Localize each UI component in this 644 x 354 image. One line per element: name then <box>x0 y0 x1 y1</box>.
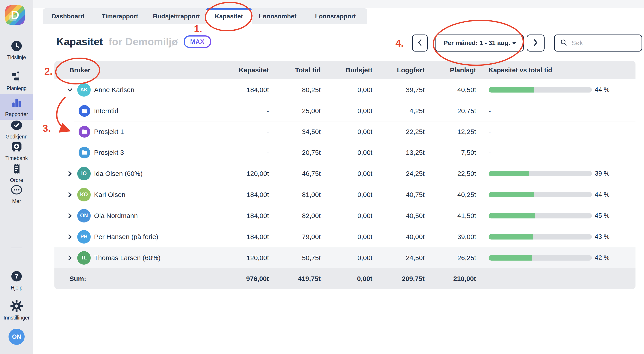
chevron-right-icon[interactable] <box>66 191 74 198</box>
capacity-bar-track <box>488 87 592 93</box>
tab-lonnsomhet[interactable]: Lønnsomhet <box>252 8 304 24</box>
table-row[interactable]: KOKari Olsen184,00t81,00t0,00t40,75t40,2… <box>54 184 636 205</box>
column-header-bruker[interactable]: Bruker <box>54 61 224 79</box>
capacity-bar-track <box>488 192 592 197</box>
ellipsis-icon <box>10 183 23 197</box>
tab-kapasitet[interactable]: Kapasitet <box>206 8 252 24</box>
user-avatar[interactable]: ON <box>8 329 25 345</box>
budsjett-cell: 0,00t <box>321 163 372 184</box>
top-strip <box>33 0 644 8</box>
sidebar-item-planlegg[interactable]: Planlegg <box>0 69 33 93</box>
capacity-vs-total-cell: 44 % <box>476 79 636 100</box>
folder-icon <box>78 147 90 158</box>
avatar: ON <box>77 209 91 222</box>
next-period-button[interactable] <box>527 35 544 52</box>
gantt-icon <box>10 70 23 84</box>
column-header-budsjett[interactable]: Budsjett <box>321 61 372 79</box>
planlagt-cell: 41,50t <box>424 205 476 226</box>
chevron-right-icon[interactable] <box>66 212 74 220</box>
user-cell: KOKari Olsen <box>54 184 224 205</box>
project-cell: Interntid <box>54 100 224 121</box>
report-tabs: Dashboard Timerapport Budsjettrapport Ka… <box>43 8 367 24</box>
sidebar-item-hjelp[interactable]: ? Hjelp <box>0 268 33 293</box>
annotation-step-1: 1. <box>194 23 202 35</box>
sidebar-item-tidslinje[interactable]: Tidslinje <box>0 38 33 62</box>
capacity-percentage: 44 % <box>595 191 610 198</box>
column-header-total-tid[interactable]: Total tid <box>269 61 321 79</box>
chevron-right-icon[interactable] <box>66 233 74 241</box>
column-header-kapasitet-vs-total[interactable]: Kapasitet vs total tid <box>476 61 636 79</box>
table-row[interactable]: TLThomas Larsen (60%)120,00t50,75t0,00t2… <box>54 247 636 268</box>
capacity-percentage: 43 % <box>595 233 610 240</box>
chevron-right-icon[interactable] <box>66 170 74 177</box>
table-header: Bruker Kapasitet Total tid Budsjett Logg… <box>54 61 636 79</box>
loggfort-cell: 24,50t <box>372 247 424 268</box>
app-logo[interactable]: D <box>5 5 25 25</box>
user-cell: TLThomas Larsen (60%) <box>54 247 224 268</box>
loggfort-cell: 40,50t <box>372 205 424 226</box>
sum-empty <box>476 268 636 289</box>
kapasitet-cell: 184,00t <box>224 226 269 247</box>
planlagt-cell: 22,50t <box>424 163 476 184</box>
logo-letter: D <box>11 9 19 21</box>
table-row[interactable]: ONOla Nordmann184,00t82,00t0,00t40,50t41… <box>54 205 636 226</box>
table-row[interactable]: PHPer Hansen (på ferie)184,00t79,00t0,00… <box>54 226 636 247</box>
search-input[interactable] <box>571 39 637 47</box>
column-header-kapasitet[interactable]: Kapasitet <box>224 61 269 79</box>
kapasitet-cell: - <box>224 121 269 142</box>
folder-icon <box>78 105 90 117</box>
bar-chart-icon <box>10 96 23 110</box>
capacity-bar-fill <box>488 192 534 197</box>
capacity-bar: 43 % <box>488 233 610 240</box>
capacity-bar-track <box>488 213 592 218</box>
sidebar-item-godkjenn[interactable]: Godkjenn <box>0 117 33 142</box>
annotation-step-4: 4. <box>396 38 404 49</box>
budsjett-cell: 0,00t <box>321 100 372 121</box>
app-window: D Tidslinje Planlegg Rapporter Godkjenn <box>0 0 644 354</box>
page-title: Kapasitet <box>56 36 103 48</box>
user-name: Ola Nordmann <box>94 212 138 220</box>
capacity-bar: 39 % <box>488 170 610 177</box>
sidebar-item-timebank[interactable]: Timebank <box>0 138 33 163</box>
capacity-vs-total-cell: - <box>476 100 636 121</box>
search-box[interactable] <box>554 35 642 52</box>
column-header-loggfort[interactable]: Loggført <box>372 61 424 79</box>
user-name: Kari Olsen <box>94 191 126 198</box>
chevron-right-icon[interactable] <box>66 254 74 262</box>
previous-period-button[interactable] <box>412 35 428 52</box>
annotation-step-3: 3. <box>42 123 51 134</box>
capacity-bar-fill <box>488 171 529 176</box>
gear-icon <box>10 299 23 314</box>
tab-timerapport[interactable]: Timerapport <box>93 8 147 24</box>
plan-badge-label: MAX <box>190 38 205 45</box>
chevron-down-icon[interactable] <box>66 86 74 94</box>
user-cell: AKAnne Karlsen <box>54 79 224 100</box>
project-row[interactable]: Prosjekt 1-34,50t0,00t22,25t12,25t- <box>54 121 636 142</box>
tab-lonnsrapport[interactable]: Lønnsrapport <box>304 8 367 24</box>
capacity-bar-fill <box>488 255 532 261</box>
capacity-bar-track <box>488 171 592 176</box>
table-row[interactable]: AKAnne Karlsen184,00t80,25t0,00t39,75t40… <box>54 79 636 100</box>
loggfort-cell: 4,25t <box>372 100 424 121</box>
sidebar-item-label: Tidslinje <box>7 55 26 61</box>
column-header-planlagt[interactable]: Planlagt <box>424 61 476 79</box>
project-row[interactable]: Interntid-25,00t0,00t4,25t20,75t- <box>54 100 636 121</box>
tab-budsjettrapport[interactable]: Budsjettrapport <box>147 8 206 24</box>
capacity-bar: 44 % <box>488 191 610 198</box>
capacity-bar: 42 % <box>488 254 610 261</box>
period-dropdown[interactable]: Per måned: 1 - 31 aug. <box>435 35 524 52</box>
table-row[interactable]: IOIda Olsen (60%)120,00t46,75t0,00t24,25… <box>54 163 636 184</box>
sidebar-item-mer[interactable]: Mer <box>0 181 33 206</box>
sidebar-item-rapporter[interactable]: Rapporter <box>0 94 33 120</box>
tab-dashboard[interactable]: Dashboard <box>43 8 93 24</box>
avatar: AK <box>77 83 91 97</box>
capacity-vs-total-cell: 44 % <box>476 184 636 205</box>
avatar: TL <box>77 251 91 265</box>
capacity-bar-track <box>488 234 592 239</box>
plan-badge: MAX <box>184 36 211 48</box>
sum-row: Sum: 976,00t 419,75t 0,00t 209,75t 210,0… <box>54 268 636 289</box>
sidebar-item-innstillinger[interactable]: Innstillinger <box>0 297 33 323</box>
capacity-bar: 44 % <box>488 86 610 93</box>
project-row[interactable]: Prosjekt 3-20,75t0,00t13,25t7,50t- <box>54 142 636 163</box>
total-tid-cell: 80,25t <box>269 79 321 100</box>
